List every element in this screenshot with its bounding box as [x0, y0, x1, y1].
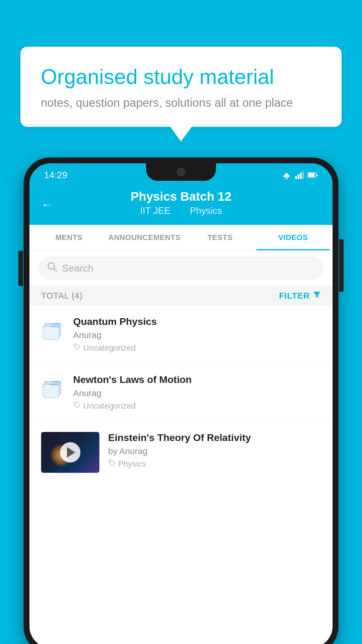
svg-point-2 [286, 178, 287, 179]
video-tag: Uncategorized [73, 401, 321, 411]
video-info: Quantum Physics Anurag Uncategorized [73, 316, 321, 353]
tag-icon [73, 343, 81, 353]
phone-notch [146, 163, 216, 181]
phone-outer: 14:29 [24, 158, 338, 644]
svg-point-15 [75, 345, 76, 346]
file-icon-wrapper [41, 374, 64, 399]
file-icon-wrapper [41, 316, 64, 341]
phone-mockup: 14:29 [24, 158, 338, 644]
tabs-bar: MENTS ANNOUNCEMENTS TESTS VIDEOS [29, 225, 333, 251]
list-item[interactable]: Newton's Laws of Motion Anurag Uncategor… [29, 363, 333, 421]
list-item[interactable]: Einstein's Theory Of Relativity by Anura… [29, 421, 333, 483]
tab-tests[interactable]: TESTS [183, 225, 256, 250]
signal-icon [295, 171, 304, 179]
header-subtitle-part2: Physics [190, 205, 222, 216]
video-author: Anurag [73, 388, 321, 398]
speech-bubble-subtext: notes, question papers, solutions all at… [41, 96, 321, 109]
video-title: Newton's Laws of Motion [73, 374, 321, 385]
front-camera [177, 168, 185, 176]
svg-rect-5 [300, 173, 302, 179]
video-tag: Uncategorized [73, 343, 321, 353]
video-tag: Physics [108, 459, 321, 469]
battery-icon [307, 172, 318, 178]
svg-line-11 [54, 268, 57, 271]
tab-ments[interactable]: MENTS [32, 225, 106, 250]
search-bar[interactable]: Search [38, 256, 324, 280]
filter-row: TOTAL (4) FILTER [29, 286, 333, 305]
total-count: TOTAL (4) [41, 291, 82, 301]
video-title: Einstein's Theory Of Relativity [108, 432, 321, 443]
svg-rect-9 [308, 173, 314, 177]
svg-rect-3 [295, 176, 297, 179]
header-title: Physics Batch 12 [41, 190, 321, 204]
svg-rect-6 [302, 171, 304, 179]
video-author: Anurag [73, 330, 321, 340]
header-subtitle-part1: IIT JEE [140, 205, 170, 216]
header-subtitle-separator [179, 205, 184, 216]
status-time: 14:29 [44, 170, 67, 181]
back-button[interactable]: ← [41, 198, 53, 211]
folder-icon [43, 376, 63, 399]
list-item[interactable]: Quantum Physics Anurag Uncategorized [29, 305, 333, 363]
svg-rect-4 [298, 174, 299, 179]
folder-icon [43, 318, 63, 341]
wifi-icon [281, 171, 292, 179]
search-icon [47, 262, 57, 275]
svg-point-18 [75, 403, 76, 404]
video-author: by Anurag [108, 446, 321, 456]
video-thumbnail [41, 432, 99, 473]
filter-icon [313, 290, 321, 301]
speech-bubble: Organised study material notes, question… [20, 47, 342, 127]
svg-rect-8 [316, 174, 317, 176]
search-placeholder: Search [62, 262, 94, 274]
app-header: ← Physics Batch 12 IIT JEE Physics [29, 184, 333, 225]
filter-button[interactable]: FILTER [279, 290, 321, 301]
status-icons [281, 171, 318, 179]
tab-videos[interactable]: VIDEOS [256, 225, 330, 250]
speech-bubble-section: Organised study material notes, question… [20, 47, 342, 127]
filter-label: FILTER [279, 291, 310, 301]
svg-point-19 [110, 461, 111, 462]
video-list: Quantum Physics Anurag Uncategorized [29, 305, 333, 483]
play-triangle-icon [67, 447, 75, 458]
header-subtitle: IIT JEE Physics [41, 205, 321, 216]
tab-announcements[interactable]: ANNOUNCEMENTS [106, 225, 184, 250]
video-title: Quantum Physics [73, 316, 321, 327]
tag-icon [108, 459, 116, 469]
svg-marker-12 [313, 292, 320, 298]
play-button[interactable] [60, 442, 80, 463]
phone-screen: 14:29 [29, 163, 333, 644]
video-info: Einstein's Theory Of Relativity by Anura… [108, 432, 321, 469]
speech-bubble-heading: Organised study material [41, 64, 321, 89]
video-info: Newton's Laws of Motion Anurag Uncategor… [73, 374, 321, 411]
tag-icon [73, 401, 81, 411]
